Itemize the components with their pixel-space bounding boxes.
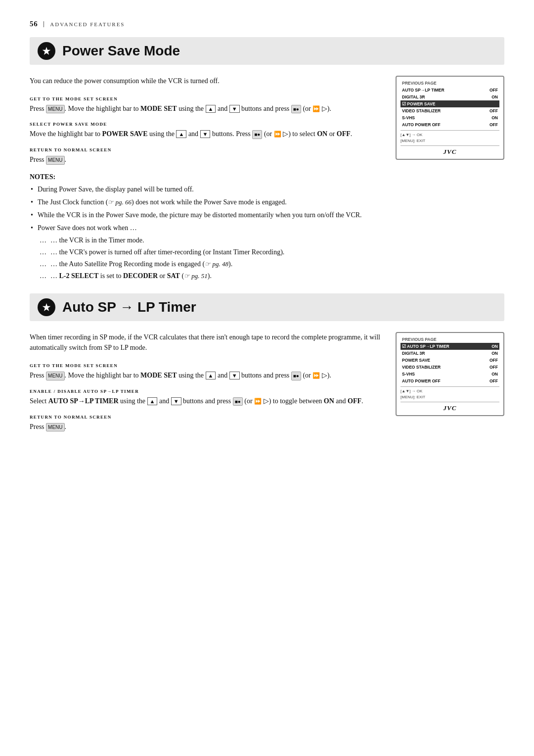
power-save-notes: NOTES: During Power Save, the display pa… bbox=[30, 173, 384, 281]
tv-row-digital3r: DIGITAL 3RON bbox=[400, 94, 499, 100]
auto-sp-text: When timer recording in SP mode, if the … bbox=[30, 332, 384, 440]
ffrew-icon: ⏩ bbox=[312, 105, 320, 112]
menu-button: MENU bbox=[46, 105, 64, 114]
step2-label: SELECT POWER SAVE MODE bbox=[30, 122, 384, 127]
power-save-title: Power Save Mode bbox=[62, 43, 180, 59]
auto-step2-content: Select AUTO SP→LP TIMER using the ▲ and … bbox=[30, 396, 384, 407]
menu3-button: MENU bbox=[46, 372, 64, 380]
down-arrow4-icon: ▼ bbox=[171, 397, 181, 405]
auto-sp-lp-section: Auto SP → LP Timer When timer recording … bbox=[30, 293, 504, 440]
up-arrow4-icon: ▲ bbox=[147, 397, 158, 405]
tv-footer-1: [▲▼] → OK bbox=[400, 133, 499, 137]
auto-step-return-normal: RETURN TO NORMAL SCREEN Press MENU. bbox=[30, 415, 384, 432]
auto-sp-content: When timer recording in SP mode, if the … bbox=[30, 332, 504, 440]
power-save-header: Power Save Mode bbox=[30, 37, 504, 65]
notes-title: NOTES: bbox=[30, 173, 384, 181]
auto-sp-header: Auto SP → LP Timer bbox=[30, 293, 504, 321]
tv-row-auto-power: AUTO POWER OFFOFF bbox=[400, 121, 499, 128]
tv-brand-1: JVC bbox=[400, 145, 499, 156]
tv2-row-auto-sp: ☑ AUTO SP→LP TIMERON bbox=[400, 343, 499, 350]
power-save-content: You can reduce the power consumption whi… bbox=[30, 76, 504, 284]
sub-note-3: … the Auto Satellite Prog Recording mode… bbox=[43, 259, 384, 269]
auto-step3-content: Press MENU. bbox=[30, 422, 384, 432]
notes-list: During Power Save, the display panel wil… bbox=[30, 184, 384, 281]
step-return-normal: RETURN TO NORMAL SCREEN Press MENU. bbox=[30, 147, 384, 165]
tv2-row-digital3r: DIGITAL 3RON bbox=[400, 350, 499, 357]
step3-label: RETURN TO NORMAL SCREEN bbox=[30, 147, 384, 152]
sub-note-1: … the VCR is in the Timer mode. bbox=[43, 235, 384, 245]
tv-row-video-stab: VIDEO STABILIZEROFF bbox=[400, 107, 499, 114]
sub-note-2: … the VCR's power is turned off after ti… bbox=[43, 247, 384, 257]
tv2-footer-2: [MENU]: EXIT bbox=[400, 395, 499, 399]
tv2-footer-1: [▲▼] → OK bbox=[400, 389, 499, 393]
tv2-divider-1 bbox=[400, 386, 499, 387]
ok3-button: ■● bbox=[291, 372, 301, 380]
auto-step3-label: RETURN TO NORMAL SCREEN bbox=[30, 415, 384, 420]
ffrew4-icon: ⏩ bbox=[254, 398, 262, 405]
up-arrow3-icon: ▲ bbox=[206, 372, 216, 379]
note-2: The Just Clock function (☞ pg. 66) does … bbox=[30, 197, 384, 207]
ok4-button: ■● bbox=[233, 397, 243, 406]
tv-divider-1 bbox=[400, 130, 499, 131]
auto-sp-intro: When timer recording in SP mode, if the … bbox=[30, 332, 384, 353]
auto-step-get-mode-set: GET TO THE MODE SET SCREEN Press MENU. M… bbox=[30, 363, 384, 381]
tv2-row-auto-power: AUTO POWER OFFOFF bbox=[400, 378, 499, 384]
menu4-button: MENU bbox=[46, 423, 64, 432]
tv-previous-page: PREVIOUS PAGE bbox=[400, 80, 499, 87]
ffrew2-icon: ⏩ bbox=[274, 131, 281, 138]
step-get-mode-set: GET TO THE MODE SET SCREEN Press MENU. M… bbox=[30, 96, 384, 114]
auto-step1-content: Press MENU. Move the highlight bar to MO… bbox=[30, 370, 384, 381]
tv2-row-svhs: S-VHSON bbox=[400, 371, 499, 378]
sub-note-4: … L-2 SELECT is set to DECODER or SAT (☞… bbox=[43, 271, 384, 281]
step1-content: Press MENU. Move the highlight bar to MO… bbox=[30, 103, 384, 114]
step2-content: Move the highlight bar to POWER SAVE usi… bbox=[30, 129, 384, 140]
step-select-power-save: SELECT POWER SAVE MODE Move the highligh… bbox=[30, 122, 384, 140]
star2-icon bbox=[38, 298, 55, 316]
up-arrow2-icon: ▲ bbox=[176, 130, 186, 138]
star-icon bbox=[38, 42, 55, 60]
power-save-tv-screen: PREVIOUS PAGE AUTO SP→LP TIMEROFF DIGITA… bbox=[396, 76, 504, 160]
menu2-button: MENU bbox=[46, 156, 64, 165]
down-arrow-icon: ▼ bbox=[229, 105, 240, 113]
section-title: Advanced Features bbox=[44, 21, 125, 27]
ffrew3-icon: ⏩ bbox=[312, 372, 320, 379]
tv2-brand: JVC bbox=[400, 402, 499, 412]
note-4: Power Save does not work when … … the VC… bbox=[30, 223, 384, 281]
tv2-previous-page: PREVIOUS PAGE bbox=[400, 336, 499, 343]
auto-sp-tv-screen: PREVIOUS PAGE ☑ AUTO SP→LP TIMERON DIGIT… bbox=[396, 332, 504, 416]
auto-step-enable-disable: ENABLE / DISABLE AUTO SP→LP TIMER Select… bbox=[30, 389, 384, 407]
step3-content: Press MENU. bbox=[30, 154, 384, 165]
power-save-section: Power Save Mode You can reduce the power… bbox=[30, 37, 504, 284]
auto-step1-label: GET TO THE MODE SET SCREEN bbox=[30, 363, 384, 368]
note-1: During Power Save, the display panel wil… bbox=[30, 184, 384, 194]
down-arrow2-icon: ▼ bbox=[200, 130, 211, 138]
tv-footer-2: [MENU]: EXIT bbox=[400, 139, 499, 143]
up-arrow-icon: ▲ bbox=[206, 105, 216, 113]
tv-row-svhs: S-VHSON bbox=[400, 114, 499, 121]
tv2-row-video-stab: VIDEO STABILIZEROFF bbox=[400, 364, 499, 371]
ok-button: ■● bbox=[291, 105, 301, 114]
auto-step2-label: ENABLE / DISABLE AUTO SP→LP TIMER bbox=[30, 389, 384, 394]
auto-sp-title: Auto SP → LP Timer bbox=[62, 299, 196, 315]
step1-label: GET TO THE MODE SET SCREEN bbox=[30, 96, 384, 101]
down-arrow3-icon: ▼ bbox=[229, 372, 240, 379]
page-number: 56 bbox=[30, 20, 38, 28]
tv-row-power-save: ☑ POWER SAVE bbox=[400, 100, 499, 107]
ok2-button: ■● bbox=[252, 130, 262, 139]
tv-row-auto-sp: AUTO SP→LP TIMEROFF bbox=[400, 87, 499, 94]
sub-notes-list: … the VCR is in the Timer mode. … the VC… bbox=[43, 235, 384, 281]
tv2-row-power-save: POWER SAVEOFF bbox=[400, 357, 499, 364]
power-save-intro: You can reduce the power consumption whi… bbox=[30, 76, 384, 87]
note-3: While the VCR is in the Power Save mode,… bbox=[30, 210, 384, 220]
power-save-text: You can reduce the power consumption whi… bbox=[30, 76, 384, 284]
page-header: 56 Advanced Features bbox=[30, 20, 504, 28]
